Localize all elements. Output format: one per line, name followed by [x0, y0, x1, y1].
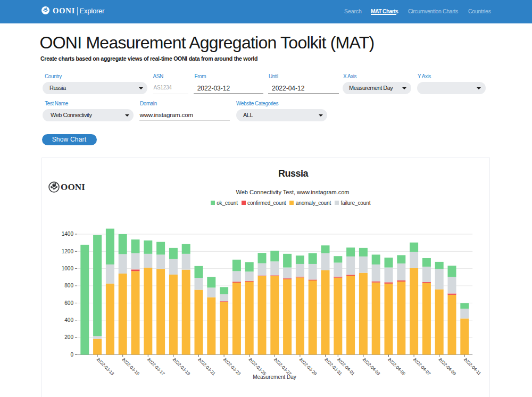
svg-text:600: 600	[64, 300, 73, 306]
svg-text:200: 200	[64, 334, 73, 340]
svg-text:2022-04-11: 2022-04-11	[463, 357, 483, 376]
svg-text:400: 400	[64, 317, 73, 323]
svg-text:2022-03-15: 2022-03-15	[121, 357, 140, 376]
svg-text:2022-04-07: 2022-04-07	[412, 357, 432, 376]
svg-text:2022-04-09: 2022-04-09	[437, 357, 457, 376]
svg-text:1200: 1200	[62, 249, 74, 254]
svg-text:2022-04-05: 2022-04-05	[387, 357, 406, 376]
svg-text:0: 0	[70, 352, 73, 358]
svg-text:2022-04-03: 2022-04-03	[361, 357, 381, 376]
svg-text:2022-03-17: 2022-03-17	[146, 357, 166, 376]
svg-text:1000: 1000	[62, 266, 74, 271]
svg-text:2022-03-21: 2022-03-21	[197, 357, 217, 376]
svg-text:800: 800	[64, 283, 73, 288]
svg-text:2022-03-29: 2022-03-29	[298, 357, 318, 376]
svg-text:Measurement Day: Measurement Day	[253, 374, 296, 380]
svg-text:2022-03-13: 2022-03-13	[96, 357, 115, 376]
svg-text:2022-03-23: 2022-03-23	[222, 357, 242, 376]
svg-text:2022-03-19: 2022-03-19	[171, 357, 191, 376]
svg-text:1400: 1400	[62, 231, 74, 237]
